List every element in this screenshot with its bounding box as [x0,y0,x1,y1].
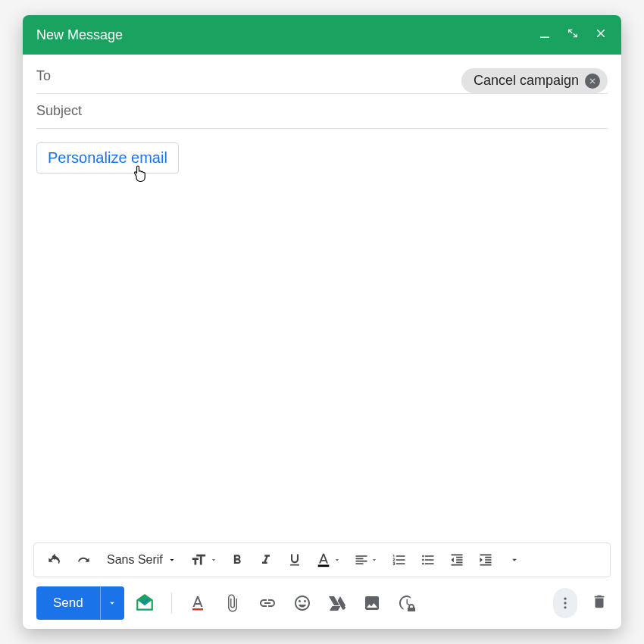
indent-increase-button[interactable] [472,546,499,574]
envelope-open-icon [135,593,155,613]
bold-button[interactable] [224,546,251,574]
numbered-list-button[interactable] [386,546,413,574]
bottom-icon-row [135,592,542,614]
italic-button[interactable] [252,546,280,574]
svg-point-3 [564,598,566,600]
trash-icon [591,593,608,610]
align-left-icon [354,552,369,567]
indent-decrease-button[interactable] [443,546,470,574]
font-family-selector[interactable]: Sans Serif [99,553,184,567]
chevron-down-icon [107,598,117,608]
emoji-icon [293,594,311,612]
text-color-icon [315,552,332,568]
minimize-icon [538,27,552,40]
window-controls [538,27,608,43]
svg-rect-2 [192,608,203,611]
compose-window: New Message To Cancel campaign Subje [23,15,621,629]
image-icon [363,594,381,612]
redo-icon [77,552,92,567]
numbered-list-icon [392,552,407,567]
mail-tracking-button[interactable] [135,593,155,613]
svg-rect-1 [317,564,329,567]
minimize-button[interactable] [538,27,552,43]
chevron-down-icon [167,555,177,564]
bulleted-list-button[interactable] [414,546,442,574]
chip-label: Cancel campaign [474,73,579,89]
subject-field-row[interactable]: Subject [36,94,608,129]
send-options-button[interactable] [100,586,124,620]
redo-button[interactable] [70,546,98,574]
personalize-email-button[interactable]: Personalize email [36,142,179,174]
more-formatting-button[interactable] [501,546,528,574]
send-button-group: Send [36,586,124,620]
font-size-icon [190,552,207,568]
header-fields: To Cancel campaign Subject [23,55,621,129]
text-format-icon [189,594,207,612]
cancel-campaign-chip[interactable]: Cancel campaign [461,68,608,93]
svg-point-5 [564,606,566,608]
font-size-button[interactable] [186,546,222,574]
text-format-button[interactable] [189,594,207,612]
font-name-label: Sans Serif [107,553,163,567]
confidential-mode-button[interactable] [398,594,416,612]
expand-icon [567,27,579,39]
undo-icon [48,552,63,567]
separator [171,592,172,614]
underline-icon [287,552,302,567]
bulleted-list-icon [420,552,436,567]
link-icon [258,594,277,612]
more-options-button[interactable] [553,588,577,618]
bottom-toolbar: Send [23,577,621,629]
send-button[interactable]: Send [36,586,100,620]
chevron-down-icon [509,555,520,565]
chip-remove-button[interactable] [585,73,600,89]
undo-button[interactable] [42,546,69,574]
chevron-down-icon [370,556,378,564]
lock-clock-icon [398,594,416,612]
chevron-down-icon [210,556,217,564]
window-title: New Message [36,27,538,43]
svg-point-4 [564,602,566,604]
to-label: To [36,59,51,93]
svg-rect-0 [540,37,549,39]
text-color-button[interactable] [310,546,346,574]
drive-icon [328,594,346,612]
subject-label: Subject [36,94,82,128]
close-icon [594,27,608,40]
expand-button[interactable] [567,27,579,42]
paperclip-icon [224,594,242,612]
close-button[interactable] [594,27,608,43]
right-actions [553,588,608,618]
underline-button[interactable] [281,546,308,574]
titlebar: New Message [23,15,621,55]
indent-decrease-icon [449,552,464,567]
indent-increase-icon [478,552,493,567]
insert-image-button[interactable] [363,594,381,612]
italic-icon [258,552,274,567]
insert-emoji-button[interactable] [293,594,311,612]
to-field-row[interactable]: To Cancel campaign [36,59,608,94]
chevron-down-icon [333,556,341,564]
insert-link-button[interactable] [258,594,277,612]
insert-drive-button[interactable] [328,594,346,612]
bold-icon [230,552,245,567]
attach-file-button[interactable] [224,594,242,612]
formatting-toolbar: Sans Serif [33,542,611,577]
close-icon [588,77,597,86]
align-button[interactable] [348,546,384,574]
discard-draft-button[interactable] [591,593,608,613]
more-vertical-icon [558,596,573,611]
message-body[interactable]: Personalize email [23,129,621,542]
